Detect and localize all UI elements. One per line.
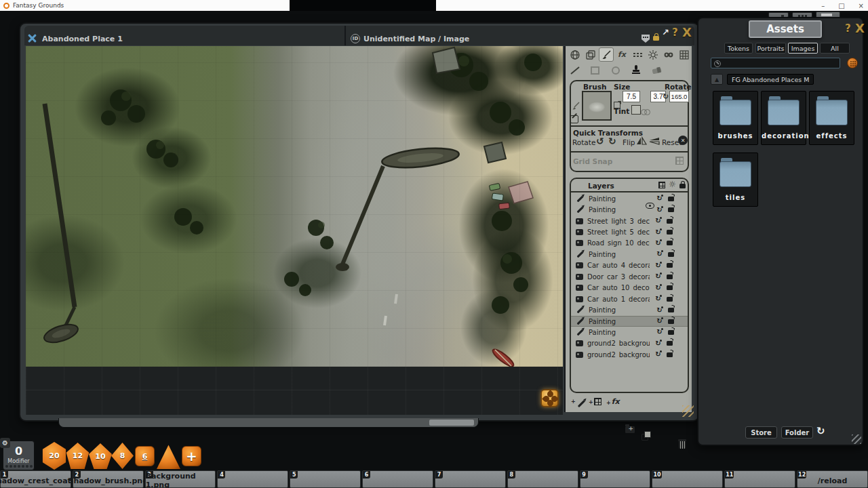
- hotbar-slot-8[interactable]: 8: [507, 470, 578, 488]
- layers-grid-icon[interactable]: [658, 182, 665, 188]
- layer-row[interactable]: Street_light_3_decorati...↻: [571, 216, 688, 226]
- layer-row[interactable]: Door_car_3_decoration...↻: [571, 271, 688, 282]
- store-button[interactable]: Store: [745, 426, 777, 439]
- add-tile-layer-icon[interactable]: +: [589, 398, 601, 405]
- asset-folder-tile[interactable]: tiles: [713, 152, 758, 207]
- layer-compass-button[interactable]: [540, 389, 559, 407]
- reset-icon[interactable]: ✕: [678, 136, 688, 145]
- layer-vision-toggle-icon[interactable]: ↻: [654, 285, 663, 291]
- layer-row[interactable]: Street_light_5_decorati...↻: [571, 226, 688, 237]
- hotbar-slot-12[interactable]: 12/reload: [797, 470, 868, 488]
- layer-row[interactable]: Painting↻: [571, 249, 688, 260]
- die-d12[interactable]: 12: [66, 443, 90, 469]
- layer-row[interactable]: Painting↻: [571, 193, 688, 204]
- sun-icon[interactable]: ☼: [669, 180, 676, 189]
- unlock-icon[interactable]: [668, 308, 674, 312]
- close-window-icon[interactable]: X: [855, 21, 865, 35]
- rotate-cw-icon[interactable]: ↻: [608, 136, 616, 146]
- close-button[interactable]: ×: [859, 2, 864, 9]
- close-window-icon[interactable]: X: [682, 25, 692, 39]
- die-d10[interactable]: 10: [89, 443, 112, 469]
- rect-draw-icon[interactable]: [590, 65, 601, 78]
- asset-folder-tile[interactable]: effects: [809, 91, 854, 145]
- rotate-input[interactable]: [669, 91, 689, 102]
- assets-title-tab[interactable]: Assets: [749, 20, 822, 38]
- add-paint-layer-icon[interactable]: +: [571, 399, 587, 405]
- hotbar-slot-9[interactable]: 9: [580, 470, 651, 488]
- layer-vision-toggle-icon[interactable]: ↻: [655, 207, 664, 214]
- layer-row[interactable]: Car_auto_4_decoration...↻: [571, 260, 688, 271]
- die-d4[interactable]: [157, 444, 180, 469]
- lock-icon[interactable]: [653, 36, 659, 41]
- mask-tool-icon[interactable]: [661, 47, 676, 62]
- layer-vision-toggle-icon[interactable]: ↻: [655, 307, 664, 314]
- refresh-icon[interactable]: ↻: [816, 425, 825, 437]
- layer-row-selected[interactable]: Painting↻: [571, 316, 688, 327]
- map-offcanvas-area[interactable]: [26, 367, 563, 415]
- layer-row[interactable]: Road_sign_10_decorati...↻: [571, 238, 688, 249]
- unlock-icon[interactable]: [667, 263, 673, 268]
- unlock-icon[interactable]: [667, 352, 673, 357]
- die-d8[interactable]: 8: [111, 443, 134, 469]
- help-icon[interactable]: ?: [845, 22, 851, 35]
- hotbar-slot-6[interactable]: 6: [362, 470, 433, 488]
- layer-vision-toggle-icon[interactable]: ↻: [654, 229, 663, 236]
- assets-resize-handle[interactable]: [852, 434, 861, 444]
- module-bag-button[interactable]: [847, 58, 858, 68]
- layer-row[interactable]: ground2_background_1...↻: [571, 338, 688, 349]
- asset-folder-tile[interactable]: brushes: [713, 91, 758, 145]
- tint-swatch[interactable]: [631, 105, 641, 115]
- layers-tool-icon[interactable]: [583, 47, 598, 62]
- link-icon[interactable]: [641, 109, 650, 115]
- brush-tool-icon[interactable]: [599, 47, 614, 62]
- grid-snap-icon[interactable]: [675, 157, 684, 165]
- hotbar-slot-10[interactable]: 10: [652, 470, 723, 488]
- maximize-button[interactable]: □: [838, 2, 844, 9]
- layer-vision-toggle-icon[interactable]: ↻: [654, 218, 663, 224]
- dots-tool-icon[interactable]: [630, 47, 645, 62]
- lighting-tool-icon[interactable]: [646, 47, 660, 62]
- tab-tokens[interactable]: Tokens: [724, 43, 753, 54]
- hotbar-slot-5[interactable]: 5: [290, 470, 361, 488]
- add-folder-icon[interactable]: [625, 426, 635, 433]
- layer-vision-toggle-icon[interactable]: ↻: [654, 273, 663, 280]
- layer-row[interactable]: Painting↻: [571, 327, 688, 338]
- delete-layer-icon[interactable]: [678, 439, 686, 449]
- layer-vision-toggle-icon[interactable]: ↻: [655, 318, 664, 325]
- unlock-icon[interactable]: [668, 330, 674, 335]
- size-input[interactable]: [623, 91, 640, 102]
- grid-tool-icon[interactable]: [677, 47, 692, 62]
- brush-mini-icon[interactable]: [571, 100, 580, 110]
- layer-vision-toggle-icon[interactable]: ↻: [654, 240, 663, 247]
- sphere-tool-icon[interactable]: [568, 47, 583, 62]
- minimize-button[interactable]: –: [821, 2, 825, 9]
- unlock-icon[interactable]: [667, 274, 673, 279]
- breadcrumb[interactable]: FG Abandoned Places M: [727, 74, 814, 85]
- add-die-button[interactable]: +: [182, 446, 201, 466]
- layer-vision-toggle-icon[interactable]: ↻: [654, 351, 663, 358]
- unlock-icon[interactable]: [667, 241, 673, 245]
- folder-up-button[interactable]: ▲: [711, 74, 723, 85]
- fx-tool-icon[interactable]: fx: [614, 47, 629, 62]
- unlock-icon[interactable]: [667, 285, 673, 290]
- flip-horizontal-icon[interactable]: [636, 136, 647, 148]
- unlock-icon[interactable]: [667, 341, 673, 346]
- unlock-icon[interactable]: [667, 219, 673, 224]
- flip-vertical-icon[interactable]: [648, 136, 660, 148]
- popout-icon[interactable]: ↗: [662, 27, 669, 37]
- layer-vision-toggle-icon[interactable]: ↻: [654, 296, 663, 302]
- die-d6[interactable]: 6: [135, 446, 155, 466]
- asset-folder-tile[interactable]: decorations: [761, 91, 806, 145]
- layer-row[interactable]: Painting↻: [571, 204, 688, 215]
- tab-images[interactable]: Images: [788, 43, 818, 54]
- unlock-icon[interactable]: [668, 319, 674, 324]
- unlock-icon[interactable]: [668, 252, 674, 257]
- stamp-draw-icon[interactable]: [631, 64, 642, 77]
- rotate-ccw-icon[interactable]: ↺: [596, 136, 604, 146]
- layer-vision-toggle-icon[interactable]: ↻: [655, 329, 664, 336]
- die-d20[interactable]: 20: [41, 442, 67, 470]
- layer-row[interactable]: Car_auto_10_decoratio...↻: [571, 283, 688, 293]
- folder-button[interactable]: Folder: [781, 426, 813, 439]
- hotbar-slot-7[interactable]: 7: [435, 470, 506, 488]
- layer-vision-toggle-icon[interactable]: ↻: [654, 340, 663, 347]
